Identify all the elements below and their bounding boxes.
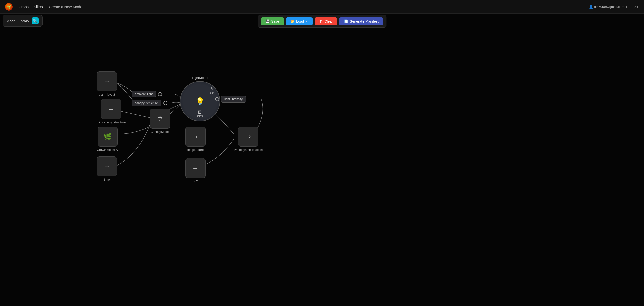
node-init-canopy-structure-box[interactable]: → (101, 99, 121, 119)
save-button[interactable]: 💾 Save (261, 17, 284, 25)
light-model-title: LightModel (192, 76, 208, 80)
node-photosynthesis-model[interactable]: ⇒ PhotosynthesisModel (234, 127, 263, 152)
clear-icon: 🗑 (319, 19, 323, 23)
node-growth-model[interactable]: 🌿 GrowthModelPy (97, 127, 118, 152)
node-temperature-box[interactable]: → (185, 127, 206, 147)
light-model-circle[interactable]: 💡 ✎ edit 🗑 delete (180, 81, 220, 121)
app-title: Crops in Silico (19, 5, 43, 9)
app-logo: 🌱 (5, 3, 13, 11)
model-library-bar: Model Library 🔍 (3, 15, 43, 27)
node-canopy-model-box[interactable]: ☂ (150, 109, 170, 129)
node-plant-layout-box[interactable]: → (97, 71, 117, 91)
output-slot-light-intensity: light_intensity (215, 96, 246, 103)
input-slot-ambient-light[interactable]: ambient_light (132, 91, 162, 97)
delete-icon: 🗑 (198, 109, 202, 115)
clear-button[interactable]: 🗑 Clear (315, 17, 337, 25)
node-growth-model-label: GrowthModelPy (97, 148, 118, 152)
lightbulb-icon: 💡 (196, 97, 205, 106)
edit-icon: ✎ (210, 86, 214, 92)
node-photosynthesis-model-label: PhotosynthesisModel (234, 148, 263, 152)
model-canvas[interactable]: → plant_layout → init_canopy_structure 🌿… (0, 14, 644, 306)
node-plant-layout-label: plant_layout (99, 93, 115, 96)
help-dropdown-arrow: ▼ (636, 5, 639, 8)
node-co2-box[interactable]: → (185, 158, 206, 178)
node-canopy-model-label: CanopyModel (151, 130, 169, 134)
main-toolbar: 💾 Save 📂 Load ▼ 🗑 Clear 📄 Generate Manif… (258, 15, 386, 28)
light-model-center: 💡 (196, 97, 205, 106)
ambient-light-box: ambient_light (132, 91, 156, 97)
help-menu[interactable]: ? ▼ (634, 5, 639, 9)
save-label: Save (271, 19, 279, 23)
node-photosynthesis-model-box[interactable]: ⇒ (238, 127, 258, 147)
page-title: Create a New Model (49, 5, 83, 9)
node-init-canopy-structure-label: init_canopy_structure (97, 121, 126, 124)
manifest-icon: 📄 (344, 19, 348, 23)
clear-label: Clear (324, 19, 333, 23)
load-label: Load (296, 19, 304, 23)
user-email: cfh5058@gmail.com (594, 5, 624, 9)
load-dropdown-arrow: ▼ (305, 20, 308, 23)
node-growth-model-box[interactable]: 🌿 (98, 127, 118, 147)
generate-manifest-button[interactable]: 📄 Generate Manifest (339, 17, 383, 25)
node-temperature[interactable]: → temperature (185, 127, 206, 152)
node-temperature-label: temperature (187, 148, 204, 152)
node-light-model[interactable]: LightModel 💡 ✎ edit 🗑 delete (180, 76, 220, 121)
edit-label: edit (210, 92, 214, 94)
user-menu[interactable]: 👤 cfh5058@gmail.com ▼ (589, 5, 628, 9)
light-model-edit-button[interactable]: ✎ edit (210, 86, 214, 94)
load-icon: 📂 (290, 19, 295, 23)
manifest-label: Generate Manifest (350, 19, 379, 23)
user-dropdown-arrow: ▼ (625, 5, 628, 8)
light-intensity-box: light_intensity (221, 96, 246, 103)
connections-svg (0, 14, 644, 306)
light-model-delete-button[interactable]: 🗑 delete (196, 109, 203, 117)
node-init-canopy-structure[interactable]: → init_canopy_structure (97, 99, 126, 124)
input-slot-canopy-structure[interactable]: canopy_structure (132, 100, 167, 106)
canopy-structure-box: canopy_structure (132, 100, 161, 106)
ambient-light-connector[interactable] (158, 92, 162, 96)
node-time[interactable]: → time (97, 156, 117, 181)
node-plant-layout[interactable]: → plant_layout (97, 71, 117, 96)
user-icon: 👤 (589, 5, 593, 9)
model-library-label: Model Library (6, 19, 29, 23)
light-intensity-connector[interactable] (215, 97, 219, 101)
load-button[interactable]: 📂 Load ▼ (286, 17, 313, 25)
save-icon: 💾 (265, 19, 270, 23)
node-time-label: time (104, 178, 110, 181)
top-navigation: 🌱 Crops in Silico Create a New Model 👤 c… (0, 0, 644, 14)
canopy-structure-connector[interactable] (163, 101, 167, 105)
help-icon: ? (634, 5, 636, 9)
node-co2-label: co2 (193, 180, 198, 183)
node-canopy-model[interactable]: ☂ CanopyModel (150, 109, 170, 134)
node-time-box[interactable]: → (97, 156, 117, 176)
model-library-search-button[interactable]: 🔍 (32, 17, 39, 24)
node-co2[interactable]: → co2 (185, 158, 206, 183)
delete-label: delete (196, 115, 203, 117)
